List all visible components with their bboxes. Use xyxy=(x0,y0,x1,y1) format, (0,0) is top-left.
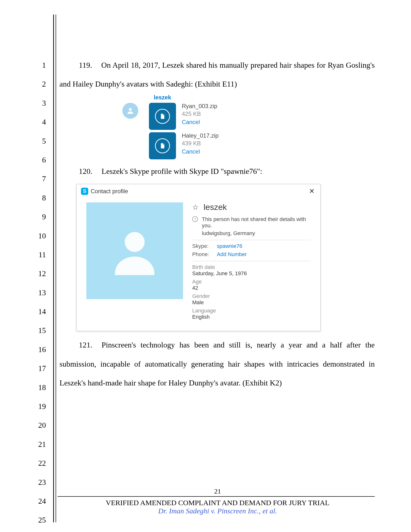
line-number: 25 xyxy=(29,511,46,529)
profile-name-row: ☆ leszek xyxy=(192,202,311,212)
chat-file-row-2: Haley_017.zip 439 KB Cancel xyxy=(122,132,375,159)
line-number: 12 xyxy=(29,264,46,283)
file-cancel-link[interactable]: Cancel xyxy=(182,148,219,155)
line-number: 20 xyxy=(29,416,46,435)
file-icon xyxy=(155,109,170,124)
birth-date-value: Saturday, June 5, 1976 xyxy=(192,270,311,277)
para-number: 121. xyxy=(79,335,92,354)
profile-location: ludwigsburg, Germany xyxy=(202,230,311,237)
age-label: Age xyxy=(192,279,311,285)
file-name: Haley_017.zip xyxy=(182,132,219,139)
profile-details: ☆ leszek ? This person has not shared th… xyxy=(192,202,311,322)
favorite-star-icon[interactable]: ☆ xyxy=(192,203,199,211)
file-attachment-tile[interactable] xyxy=(149,132,176,159)
skype-id-row: Skype: spawnie76 xyxy=(192,243,311,249)
footer-title: VERIFIED AMENDED COMPLAINT AND DEMAND FO… xyxy=(53,499,382,507)
line-number: 1 xyxy=(29,56,46,75)
paragraph-121: 121.Pinscreen's technology has been and … xyxy=(59,335,375,392)
line-number: 17 xyxy=(29,359,46,378)
profile-display-name: leszek xyxy=(204,202,227,212)
phone-row: Phone: Add Number xyxy=(192,251,311,257)
line-number: 3 xyxy=(29,94,46,113)
profile-picture-placeholder xyxy=(86,202,183,299)
page-footer: 21 VERIFIED AMENDED COMPLAINT AND DEMAND… xyxy=(53,487,382,515)
not-shared-text: This person has not shared their details… xyxy=(202,216,311,229)
line-number: 7 xyxy=(29,169,46,188)
line-number: 23 xyxy=(29,473,46,492)
info-icon: ? xyxy=(192,216,198,222)
birth-date-label: Birth date xyxy=(192,264,311,270)
not-shared-row: ? This person has not shared their detai… xyxy=(192,216,311,237)
line-number: 24 xyxy=(29,492,46,511)
line-number: 5 xyxy=(29,132,46,150)
line-number: 22 xyxy=(29,454,46,473)
divider xyxy=(192,240,311,240)
file-meta: Ryan_003.zip 425 KB Cancel xyxy=(182,103,217,125)
pleading-rules xyxy=(53,15,56,522)
gender-label: Gender xyxy=(192,293,311,299)
line-number-gutter: 1234567891011121314151617181920212223242… xyxy=(29,15,51,522)
line-number: 4 xyxy=(29,113,46,131)
skype-id-label: Skype: xyxy=(192,243,213,249)
svg-point-0 xyxy=(129,108,131,111)
line-number: 16 xyxy=(29,340,46,359)
file-meta: Haley_017.zip 439 KB Cancel xyxy=(182,132,219,155)
file-name: Ryan_003.zip xyxy=(182,103,217,110)
skype-profile-window: S Contact profile ✕ ☆ leszek ? This xyxy=(76,184,321,331)
chat-avatar-col xyxy=(122,103,149,119)
para-text: Leszek's Skype profile with Skype ID "sp… xyxy=(102,167,262,176)
line-number: 14 xyxy=(29,302,46,321)
file-attachment-tile[interactable] xyxy=(149,103,176,130)
page-number: 21 xyxy=(53,487,382,495)
skype-logo-icon: S xyxy=(81,188,88,195)
user-avatar-icon xyxy=(122,103,138,119)
legal-page: 1234567891011121314151617181920212223242… xyxy=(29,15,382,522)
skype-window-title: Contact profile xyxy=(91,188,128,195)
svg-point-1 xyxy=(125,232,145,252)
line-number: 6 xyxy=(29,150,46,169)
line-number: 10 xyxy=(29,226,46,245)
file-cancel-link[interactable]: Cancel xyxy=(182,119,217,125)
phone-label: Phone: xyxy=(192,251,213,257)
skype-profile-body: ☆ leszek ? This person has not shared th… xyxy=(77,198,320,331)
skype-window-titlebar: S Contact profile ✕ xyxy=(77,184,320,198)
line-number: 8 xyxy=(29,188,46,207)
line-number: 15 xyxy=(29,321,46,340)
skype-chat-exhibit: leszek Ryan_003.zip 425 KB Cancel xyxy=(122,94,375,159)
age-value: 42 xyxy=(192,285,311,291)
line-number: 19 xyxy=(29,397,46,416)
footer-case-caption: Dr. Iman Sadeghi v. Pinscreen Inc., et a… xyxy=(53,507,382,515)
chat-file-row-1: Ryan_003.zip 425 KB Cancel xyxy=(122,103,375,130)
line-number: 9 xyxy=(29,207,46,226)
line-number: 11 xyxy=(29,245,46,264)
file-icon xyxy=(155,138,170,153)
file-size: 439 KB xyxy=(182,140,219,147)
line-number: 2 xyxy=(29,75,46,93)
page-content: 119.On April 18, 2017, Leszek shared his… xyxy=(51,15,382,522)
paragraph-120: 120.Leszek's Skype profile with Skype ID… xyxy=(59,162,375,181)
line-number: 26 xyxy=(29,530,46,532)
language-label: Language xyxy=(192,308,311,314)
language-value: English xyxy=(192,314,311,320)
footer-rule xyxy=(57,496,375,497)
para-number: 119. xyxy=(79,56,92,75)
line-number: 13 xyxy=(29,283,46,302)
add-number-link[interactable]: Add Number xyxy=(217,251,247,257)
para-text: Pinscreen's technology has been and stil… xyxy=(59,341,375,387)
file-size: 425 KB xyxy=(182,111,217,117)
gender-value: Male xyxy=(192,299,311,306)
chat-sender-name: leszek xyxy=(154,94,375,101)
line-number: 21 xyxy=(29,435,46,454)
para-text: On April 18, 2017, Leszek shared his man… xyxy=(59,61,375,88)
paragraph-119: 119.On April 18, 2017, Leszek shared his… xyxy=(59,56,375,94)
divider xyxy=(192,261,311,261)
skype-id-value[interactable]: spawnie76 xyxy=(217,243,242,249)
close-icon[interactable]: ✕ xyxy=(309,187,316,195)
line-number: 18 xyxy=(29,378,46,397)
para-number: 120. xyxy=(79,162,92,181)
